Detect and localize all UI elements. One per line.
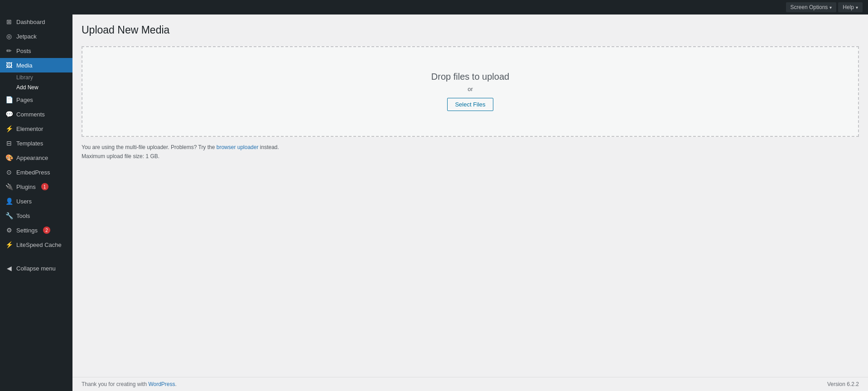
sidebar-item-dashboard[interactable]: ⊞ Dashboard [0, 14, 72, 29]
upload-instructions: Drop files to upload or Select Files [431, 72, 509, 111]
sidebar-item-jetpack[interactable]: ◎ Jetpack [0, 29, 72, 43]
admin-sidebar: ⊞ Dashboard ◎ Jetpack ✏ Posts 🖼 Media Li… [0, 14, 72, 391]
dashboard-icon: ⊞ [5, 18, 13, 25]
sidebar-item-settings[interactable]: ⚙ Settings 2 [0, 223, 72, 237]
chevron-down-icon [856, 4, 858, 10]
sidebar-subitem-label: Library [16, 74, 33, 81]
screen-options-label: Screen Options [791, 4, 828, 10]
help-button[interactable]: Help [838, 2, 863, 12]
sidebar-item-label: EmbedPress [16, 169, 50, 176]
footer-credit: Thank you for creating with WordPress. [82, 381, 177, 387]
comments-icon: 💬 [5, 111, 13, 118]
page-title: Upload New Media [82, 24, 859, 37]
sidebar-item-label: Users [16, 198, 32, 205]
posts-icon: ✏ [5, 47, 13, 54]
sidebar-item-templates[interactable]: ⊟ Templates [0, 136, 72, 150]
templates-icon: ⊟ [5, 140, 13, 147]
sidebar-item-label: Settings [16, 227, 38, 234]
max-upload-note: Maximum upload file size: 1 GB. [82, 153, 859, 159]
sidebar-item-users[interactable]: 👤 Users [0, 194, 72, 208]
note-suffix: instead. [260, 144, 279, 150]
note-text: You are using the multi-file uploader. P… [82, 144, 215, 150]
screen-options-button[interactable]: Screen Options [786, 2, 837, 12]
sidebar-item-elementor[interactable]: ⚡ Elementor [0, 121, 72, 136]
elementor-icon: ⚡ [5, 125, 13, 132]
collapse-icon: ◀ [5, 265, 13, 272]
litespeed-icon: ⚡ [5, 241, 13, 248]
collapse-label: Collapse menu [16, 265, 56, 272]
sidebar-subitem-label: Add New [16, 84, 39, 91]
sidebar-item-collapse[interactable]: ◀ Collapse menu [0, 261, 72, 275]
sidebar-subitem-library[interactable]: Library [0, 72, 72, 82]
sidebar-item-litespeed[interactable]: ⚡ LiteSpeed Cache [0, 237, 72, 252]
embedpress-icon: ⊙ [5, 169, 13, 176]
settings-icon: ⚙ [5, 227, 13, 234]
footer-text: Thank you for creating with [82, 381, 148, 387]
sidebar-item-appearance[interactable]: 🎨 Appearance [0, 150, 72, 165]
sidebar-item-plugins[interactable]: 🔌 Plugins 1 [0, 179, 72, 194]
help-label: Help [843, 4, 854, 10]
sidebar-item-embedpress[interactable]: ⊙ EmbedPress [0, 165, 72, 179]
sidebar-item-comments[interactable]: 💬 Comments [0, 107, 72, 121]
main-content: Upload New Media Drop files to upload or… [72, 14, 868, 391]
admin-bar: Screen Options Help [0, 0, 868, 14]
sidebar-item-label: Tools [16, 212, 30, 219]
sidebar-item-label: Elementor [16, 126, 43, 132]
tools-icon: 🔧 [5, 212, 13, 219]
content-wrap: Upload New Media Drop files to upload or… [72, 14, 868, 377]
uploader-note: You are using the multi-file uploader. P… [82, 144, 859, 150]
wp-footer: Thank you for creating with WordPress. V… [72, 377, 868, 391]
sidebar-item-label: Dashboard [16, 19, 45, 25]
sidebar-item-label: Jetpack [16, 33, 37, 40]
appearance-icon: 🎨 [5, 154, 13, 161]
footer-version: Version 6.2.2 [827, 381, 859, 387]
drop-files-text: Drop files to upload [431, 72, 509, 82]
sidebar-item-label: Posts [16, 48, 31, 54]
sidebar-item-label: Templates [16, 140, 43, 147]
sidebar-subitem-add-new[interactable]: Add New [0, 82, 72, 92]
upload-dropzone[interactable]: Drop files to upload or Select Files [82, 46, 859, 137]
chevron-down-icon [829, 4, 832, 10]
sidebar-item-label: LiteSpeed Cache [16, 241, 62, 248]
plugins-badge: 1 [41, 183, 48, 190]
browser-uploader-link[interactable]: browser uploader [217, 144, 259, 150]
media-icon: 🖼 [5, 62, 13, 69]
sidebar-item-label: Media [16, 62, 32, 69]
sidebar-item-label: Pages [16, 97, 33, 103]
pages-icon: 📄 [5, 96, 13, 103]
sidebar-item-label: Plugins [16, 183, 36, 190]
select-files-button[interactable]: Select Files [447, 98, 493, 111]
sidebar-item-label: Appearance [16, 154, 48, 161]
sidebar-item-pages[interactable]: 📄 Pages [0, 92, 72, 107]
sidebar-item-posts[interactable]: ✏ Posts [0, 43, 72, 58]
sidebar-item-tools[interactable]: 🔧 Tools [0, 208, 72, 223]
plugins-icon: 🔌 [5, 183, 13, 190]
settings-badge: 2 [43, 227, 50, 234]
users-icon: 👤 [5, 198, 13, 205]
sidebar-item-label: Comments [16, 111, 45, 118]
wordpress-link[interactable]: WordPress [148, 381, 175, 387]
sidebar-item-media[interactable]: 🖼 Media [0, 58, 72, 72]
or-text: or [431, 86, 509, 92]
jetpack-icon: ◎ [5, 33, 13, 40]
